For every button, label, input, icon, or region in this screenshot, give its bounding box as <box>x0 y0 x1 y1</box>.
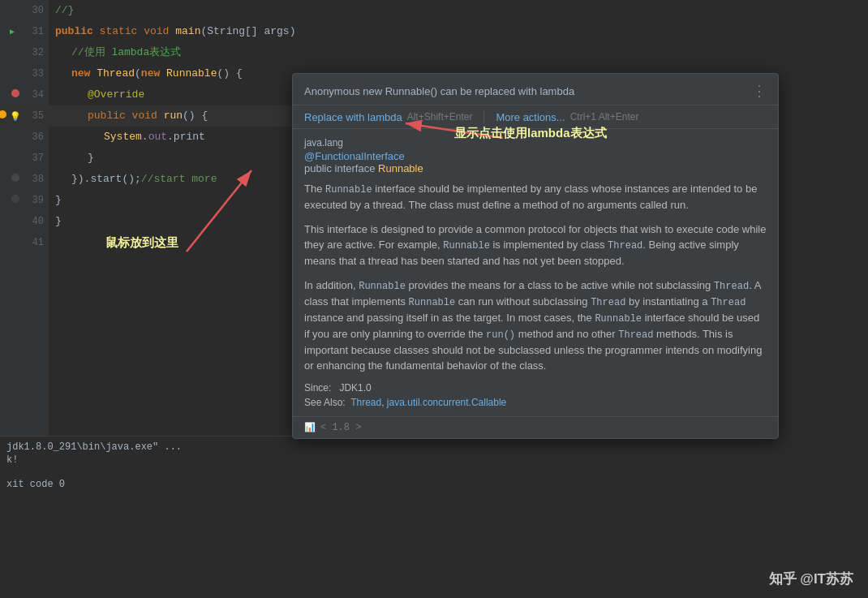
line-num-40: 40 <box>0 211 49 232</box>
line-num-34: 34 <box>0 84 49 105</box>
see-also-thread[interactable]: Thread <box>350 397 381 408</box>
doc-since: Since: JDK1.0 <box>304 382 767 394</box>
line-num-39: 39 <box>0 190 49 211</box>
popup-documentation: java.lang @FunctionalInterface public in… <box>293 129 778 416</box>
line-num-35: 💡 35 <box>0 105 49 127</box>
line-num-41: 41 <box>0 232 49 253</box>
code-line-40: } <box>49 211 300 232</box>
warn-icon: 💡 <box>10 111 21 122</box>
intention-popup: Anonymous new Runnable() can be replaced… <box>292 73 779 439</box>
doc-package: java.lang <box>304 137 767 148</box>
line-num-32: 32 <box>0 42 49 63</box>
line-num-38: 38 <box>0 169 49 190</box>
line-num-31: ▶ 31 <box>0 21 49 42</box>
breakpoint-34[interactable] <box>11 89 19 97</box>
doc-para-1: The Runnable interface should be impleme… <box>304 181 767 213</box>
code-line-32: //使用 lambda表达式 <box>49 42 300 63</box>
doc-annotation: @FunctionalInterface <box>304 150 767 162</box>
doc-interface-line: public interface Runnable <box>304 162 767 174</box>
code-line-38: }).start(); //start more <box>49 169 300 190</box>
more-actions-link[interactable]: More actions... <box>496 111 565 123</box>
code-line-35: public void run () { <box>49 105 300 127</box>
footer-version: < 1.8 > <box>320 422 361 433</box>
code-line-37: } <box>49 148 300 169</box>
doc-interface-name: Runnable <box>378 162 423 174</box>
footer-chart-icon: 📊 <box>304 422 316 432</box>
line-num-36: 36 <box>0 127 49 148</box>
doc-para-2: This interface is designed to provide a … <box>304 222 767 269</box>
action-separator <box>483 110 484 123</box>
console-line-1: jdk1.8.0_291\bin\java.exe" ... <box>6 441 294 453</box>
see-also-callable[interactable]: java.util.concurrent.Callable <box>387 397 506 408</box>
code-line-41 <box>49 232 300 253</box>
code-line-30: //} <box>49 0 300 21</box>
line-num-37: 37 <box>0 148 49 169</box>
doc-see: See Also: Thread, java.util.concurrent.C… <box>304 397 767 408</box>
doc-body: The Runnable interface should be impleme… <box>304 181 767 374</box>
code-line-33: new Thread ( new Runnable () { <box>49 63 300 84</box>
line-num-33: 33 <box>0 63 49 84</box>
doc-para-3: In addition, Runnable provides the means… <box>304 277 767 374</box>
popup-actions-bar: Replace with lambda Alt+Shift+Enter More… <box>293 105 778 129</box>
console-panel: jdk1.8.0_291\bin\java.exe" ... k! xit co… <box>0 436 300 598</box>
console-line-4: xit code 0 <box>6 479 294 490</box>
run-icon: ▶ <box>10 28 15 37</box>
popup-title: Anonymous new Runnable() can be replaced… <box>304 85 574 97</box>
breakpoint-38[interactable] <box>11 174 19 182</box>
code-line-31: public static void main (String[] args) … <box>49 21 300 42</box>
code-line-34: @Override <box>49 84 300 105</box>
code-line-36: System . out .print <box>49 127 300 148</box>
replace-lambda-link[interactable]: Replace with lambda <box>304 111 402 123</box>
popup-more-button[interactable]: ⋮ <box>752 82 767 100</box>
code-line-39: } <box>49 190 300 211</box>
breakpoint-39[interactable] <box>11 195 19 203</box>
console-line-3 <box>6 467 294 479</box>
breakpoint-35[interactable] <box>0 110 6 118</box>
popup-footer: 📊 < 1.8 > <box>293 416 778 438</box>
popup-header: Anonymous new Runnable() can be replaced… <box>293 74 778 105</box>
line-num-30: 30 <box>0 0 49 21</box>
watermark: 知乎 @IT苏苏 <box>769 570 853 588</box>
console-line-2: k! <box>6 454 294 466</box>
action2-shortcut: Ctrl+1 Alt+Enter <box>570 111 639 123</box>
action1-shortcut: Alt+Shift+Enter <box>407 111 473 123</box>
